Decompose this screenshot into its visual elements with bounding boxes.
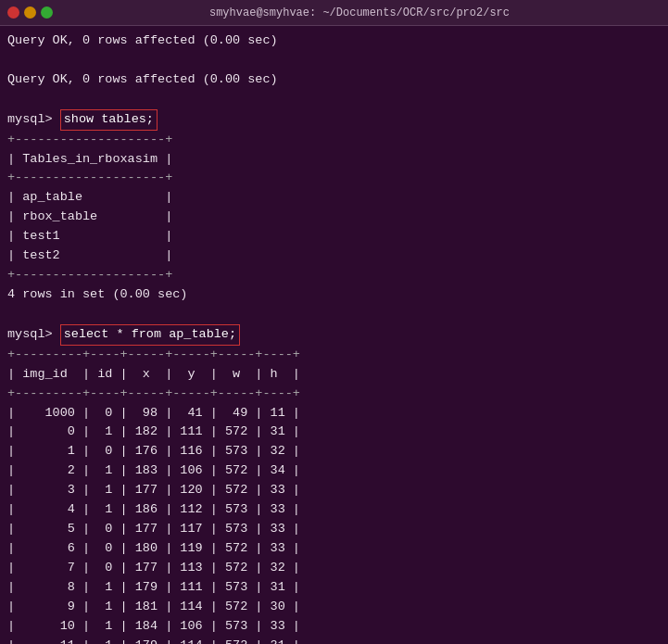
table-header: | Tables_in_rboxasim | [7, 150, 661, 170]
table-sep-3: +--------------------+ [7, 266, 661, 285]
table-sep-1: +--------------------+ [7, 131, 661, 150]
blank-line-1 [7, 51, 661, 70]
select-sep-1: +---------+----+-----+-----+-----+----+ [7, 346, 661, 365]
table-row: | 7 | 0 | 177 | 113 | 572 | 32 | [7, 559, 661, 578]
table-row: | 8 | 1 | 179 | 111 | 573 | 31 | [7, 578, 661, 598]
table-row: | 3 | 1 | 177 | 120 | 572 | 33 | [7, 481, 661, 500]
table-row: | 11 | 1 | 179 | 114 | 572 | 31 | [7, 637, 661, 644]
minimize-button[interactable] [24, 6, 36, 19]
query-result-2: Query OK, 0 rows affected (0.00 sec) [7, 70, 661, 90]
table-row-1: | ap_table | [7, 188, 661, 208]
command-2: select * from ap_table; [60, 324, 240, 346]
table-row: | 9 | 1 | 181 | 114 | 572 | 30 | [7, 598, 661, 617]
prompt-line-1: mysql> show tables; [7, 109, 661, 131]
table-row: | 5 | 0 | 177 | 117 | 573 | 33 | [7, 520, 661, 539]
rows-msg-1: 4 rows in set (0.00 sec) [7, 285, 661, 305]
prompt-2: mysql> [7, 325, 60, 345]
window-buttons[interactable] [7, 6, 53, 19]
table-row: | 1000 | 0 | 98 | 41 | 49 | 11 | [7, 404, 661, 423]
table-row-3: | test1 | [7, 227, 661, 246]
window-title: smyhvae@smyhvae: ~/Documents/OCR/src/pro… [58, 6, 661, 19]
select-header: | img_id | id | x | y | w | h | [7, 365, 661, 385]
data-rows: | 1000 | 0 | 98 | 41 | 49 | 11 || 0 | 1 … [7, 404, 661, 644]
table-sep-2: +--------------------+ [7, 169, 661, 188]
maximize-button[interactable] [41, 6, 53, 19]
select-sep-2: +---------+----+-----+-----+-----+----+ [7, 385, 661, 404]
table-row: | 4 | 1 | 186 | 112 | 573 | 33 | [7, 500, 661, 520]
close-button[interactable] [7, 6, 19, 19]
command-1: show tables; [60, 109, 158, 131]
table-row-2: | rbox_table | [7, 208, 661, 227]
title-bar: smyhvae@smyhvae: ~/Documents/OCR/src/pro… [0, 0, 668, 26]
table-row: | 0 | 1 | 182 | 111 | 572 | 31 | [7, 423, 661, 442]
table-row: | 6 | 0 | 180 | 119 | 572 | 33 | [7, 539, 661, 559]
table-row-4: | test2 | [7, 246, 661, 266]
table-row: | 10 | 1 | 184 | 106 | 573 | 33 | [7, 617, 661, 637]
terminal: Query OK, 0 rows affected (0.00 sec) Que… [0, 26, 668, 644]
prompt-1: mysql> [7, 110, 60, 130]
prompt-line-2: mysql> select * from ap_table; [7, 324, 661, 346]
table-row: | 2 | 1 | 183 | 106 | 572 | 34 | [7, 461, 661, 481]
query-result-1: Query OK, 0 rows affected (0.00 sec) [7, 32, 661, 51]
table-row: | 1 | 0 | 176 | 116 | 573 | 32 | [7, 442, 661, 461]
blank-line-3 [7, 305, 661, 324]
blank-line-2 [7, 90, 661, 109]
